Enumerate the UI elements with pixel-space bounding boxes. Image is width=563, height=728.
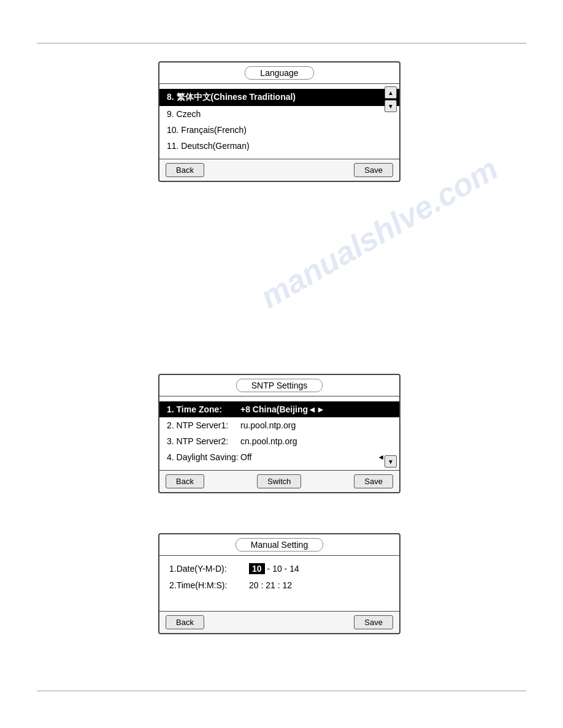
date-row: 1.Date(Y-M-D): 10 - 10 - 14 <box>169 563 389 574</box>
top-rule <box>37 43 526 44</box>
date-label: 1.Date(Y-M-D): <box>169 564 249 574</box>
sntp-row-value: ru.pool.ntp.org <box>240 420 392 430</box>
sntp-footer-buttons: Back Switch Save <box>166 474 393 488</box>
sntp-row-value: Off <box>240 452 377 462</box>
time-text: 20 : 21 : 12 <box>249 580 292 590</box>
time-label: 2.Time(H:M:S): <box>169 580 249 590</box>
sntp-panel-title: SNTP Settings <box>159 375 399 396</box>
time-value: 20 : 21 : 12 <box>249 580 292 590</box>
page: manualshlve.com Language 8. 繁体中文(Chinese… <box>0 0 563 728</box>
list-item[interactable]: 9. Czech <box>159 106 399 122</box>
sntp-panel-body: 1. Time Zone: +8 China(Beijing◄► 2. NTP … <box>159 396 399 470</box>
language-panel-footer: Back Save <box>159 159 399 181</box>
sntp-row-label: 4. Daylight Saving: <box>167 452 240 462</box>
sntp-panel-footer: Back Switch Save <box>159 470 399 492</box>
bottom-rule <box>37 691 526 691</box>
sntp-list: 1. Time Zone: +8 China(Beijing◄► 2. NTP … <box>159 399 399 468</box>
manual-back-button[interactable]: Back <box>166 615 204 629</box>
list-item[interactable]: 2. NTP Server1: ru.pool.ntp.org <box>159 417 399 433</box>
scroll-controls: ▲ ▼ <box>385 86 397 112</box>
scroll-up-button[interactable]: ▲ <box>385 86 397 99</box>
time-row: 2.Time(H:M:S): 20 : 21 : 12 <box>169 580 389 590</box>
sntp-row-label: 2. NTP Server1: <box>167 420 240 430</box>
manual-panel: Manual Setting 1.Date(Y-M-D): 10 - 10 - … <box>158 533 400 634</box>
list-item[interactable]: 10. Français(French) <box>159 122 399 138</box>
language-save-button[interactable]: Save <box>354 163 393 177</box>
scroll-down-button[interactable]: ▼ <box>385 455 397 468</box>
date-sep: - 10 - 14 <box>267 564 299 574</box>
sntp-panel: SNTP Settings 1. Time Zone: +8 China(Bei… <box>158 374 400 493</box>
sntp-switch-button[interactable]: Switch <box>257 474 301 488</box>
language-panel-title: Language <box>159 63 399 84</box>
list-item[interactable]: 4. Daylight Saving: Off ◄► <box>159 449 399 465</box>
language-panel-body: 8. 繁体中文(Chinese Traditional) 9. Czech 10… <box>159 84 399 159</box>
manual-panel-title: Manual Setting <box>159 534 399 556</box>
sntp-row-value: +8 China(Beijing◄► <box>240 404 392 414</box>
sntp-row-label: 1. Time Zone: <box>167 404 240 414</box>
list-item[interactable]: 1. Time Zone: +8 China(Beijing◄► <box>159 401 399 417</box>
manual-panel-footer: Back Save <box>159 611 399 633</box>
list-item[interactable]: 11. Deutsch(German) <box>159 138 399 154</box>
scroll-down-button[interactable]: ▼ <box>385 100 397 112</box>
sntp-back-button[interactable]: Back <box>166 474 204 488</box>
language-panel: Language 8. 繁体中文(Chinese Traditional) 9.… <box>158 61 400 182</box>
sntp-row-label: 3. NTP Server2: <box>167 436 240 446</box>
manual-save-button[interactable]: Save <box>354 615 393 629</box>
sntp-save-button[interactable]: Save <box>354 474 393 488</box>
list-item[interactable]: 8. 繁体中文(Chinese Traditional) <box>159 89 399 106</box>
sntp-row-value: cn.pool.ntp.org <box>240 436 392 446</box>
list-item[interactable]: 3. NTP Server2: cn.pool.ntp.org <box>159 433 399 449</box>
date-highlight: 10 <box>249 563 265 574</box>
manual-panel-body: 1.Date(Y-M-D): 10 - 10 - 14 2.Time(H:M:S… <box>159 556 399 611</box>
language-list: 8. 繁体中文(Chinese Traditional) 9. Czech 10… <box>159 86 399 156</box>
language-back-button[interactable]: Back <box>166 163 204 177</box>
date-value: 10 - 10 - 14 <box>249 563 299 574</box>
